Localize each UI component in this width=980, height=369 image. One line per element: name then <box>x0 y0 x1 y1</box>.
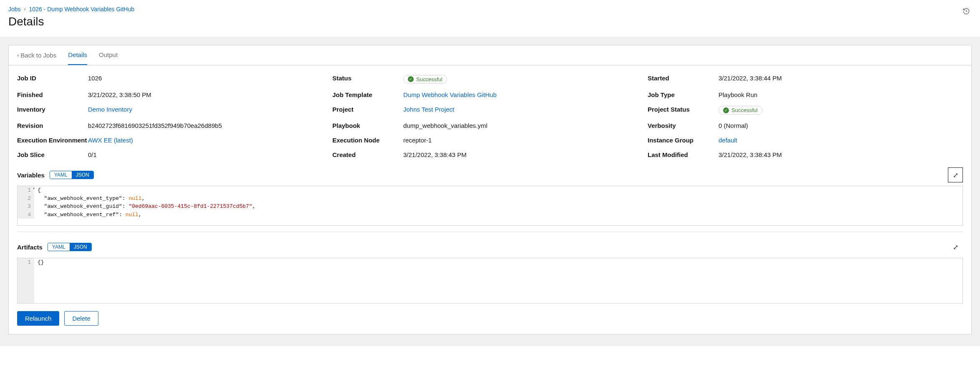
artifacts-expand-button[interactable]: ⤢ <box>948 239 963 254</box>
label-inventory: Inventory <box>17 106 88 115</box>
label-exec-env: Execution Environment <box>17 137 88 144</box>
relaunch-button[interactable]: Relaunch <box>17 311 59 326</box>
value-job-type: Playbook Run <box>719 91 757 98</box>
expand-icon: ⤢ <box>953 171 958 179</box>
label-job-template: Job Template <box>332 91 403 98</box>
expand-icon: ⤢ <box>953 243 958 251</box>
exec-env-link[interactable]: AWX EE (latest) <box>88 137 133 144</box>
label-job-type: Job Type <box>648 91 719 98</box>
label-verbosity: Verbosity <box>648 122 719 129</box>
details-card: ‹ Back to Jobs Details Output Job ID1026… <box>8 45 972 334</box>
project-status-badge: ✓Successful <box>719 106 762 115</box>
breadcrumb-jobs-link[interactable]: Jobs <box>8 6 21 12</box>
back-to-jobs-link[interactable]: ‹ Back to Jobs <box>17 46 56 65</box>
value-started: 3/21/2022, 3:38:44 PM <box>719 75 782 84</box>
artifacts-yaml-button[interactable]: YAML <box>48 243 70 251</box>
value-playbook: dump_webhook_variables.yml <box>403 122 487 129</box>
variables-json-button[interactable]: JSON <box>72 171 93 179</box>
variables-expand-button[interactable]: ⤢ <box>948 167 963 182</box>
artifacts-json-button[interactable]: JSON <box>70 243 91 251</box>
check-circle-icon: ✓ <box>723 107 729 113</box>
label-last-modified: Last Modified <box>648 151 719 158</box>
label-created: Created <box>332 151 403 158</box>
artifacts-editor[interactable]: 1{} <box>17 258 963 304</box>
history-icon[interactable] <box>962 7 970 17</box>
label-started: Started <box>648 75 719 84</box>
label-project-status: Project Status <box>648 106 719 115</box>
label-finished: Finished <box>17 91 88 98</box>
status-text: Successful <box>416 76 442 82</box>
label-instance-group: Instance Group <box>648 137 719 144</box>
value-created: 3/21/2022, 3:38:43 PM <box>403 151 467 158</box>
variables-format-toggle: YAML JSON <box>50 171 94 179</box>
value-exec-node: receptor-1 <box>403 137 432 144</box>
chevron-left-icon: ‹ <box>17 52 19 58</box>
value-verbosity: 0 (Normal) <box>719 122 748 129</box>
variables-yaml-button[interactable]: YAML <box>50 171 72 179</box>
status-badge: ✓Successful <box>403 75 447 84</box>
value-job-slice: 0/1 <box>88 151 97 158</box>
page-title: Details <box>8 15 972 28</box>
value-revision: b2402723f6816903251fd352f949b70ea26d89b5 <box>88 122 222 129</box>
inventory-link[interactable]: Demo Inventory <box>88 106 132 113</box>
project-status-text: Successful <box>731 107 758 113</box>
label-exec-node: Execution Node <box>332 137 403 144</box>
project-link[interactable]: Johns Test Project <box>403 106 454 113</box>
breadcrumb-current-link[interactable]: 1026 - Dump Webhook Variables GitHub <box>29 6 134 12</box>
variables-label: Variables <box>17 172 45 179</box>
artifacts-label: Artifacts <box>17 244 43 251</box>
tab-output[interactable]: Output <box>99 45 118 65</box>
label-status: Status <box>332 75 403 84</box>
instance-group-link[interactable]: default <box>719 137 737 144</box>
artifacts-format-toggle: YAML JSON <box>48 243 92 251</box>
label-revision: Revision <box>17 122 88 129</box>
value-finished: 3/21/2022, 3:38:50 PM <box>88 91 151 98</box>
label-job-slice: Job Slice <box>17 151 88 158</box>
delete-button[interactable]: Delete <box>64 311 98 326</box>
divider <box>17 232 963 232</box>
job-template-link[interactable]: Dump Webhook Variables GitHub <box>403 91 497 98</box>
breadcrumb-separator-icon: › <box>24 6 26 12</box>
back-label: Back to Jobs <box>20 52 56 59</box>
label-project: Project <box>332 106 403 115</box>
label-job-id: Job ID <box>17 75 88 84</box>
check-circle-icon: ✓ <box>408 76 414 82</box>
label-playbook: Playbook <box>332 122 403 129</box>
tab-details[interactable]: Details <box>68 45 87 65</box>
variables-editor[interactable]: 1{ 2 "awx_webhook_event_type": null, 3 "… <box>17 186 963 226</box>
value-last-modified: 3/21/2022, 3:38:43 PM <box>719 151 782 158</box>
value-job-id: 1026 <box>88 75 102 84</box>
breadcrumb: Jobs › 1026 - Dump Webhook Variables Git… <box>8 6 972 12</box>
